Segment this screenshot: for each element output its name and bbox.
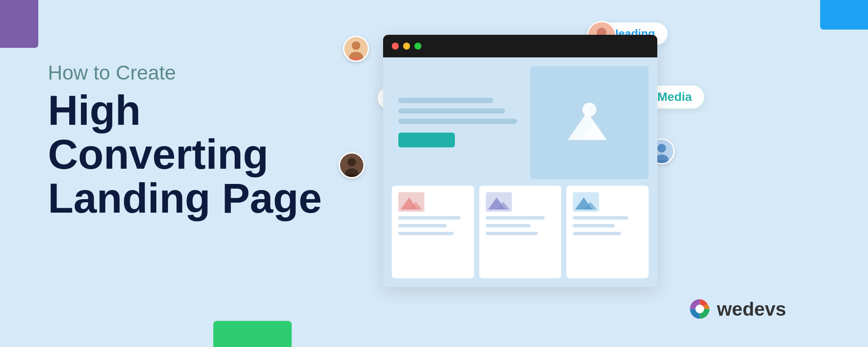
- svg-point-25: [696, 305, 704, 314]
- svg-point-10: [657, 144, 666, 153]
- avatar-2: [339, 152, 365, 178]
- mockup-line-3: [398, 119, 517, 124]
- card-line-2a: [486, 216, 545, 220]
- mockup-cards-section: [392, 186, 649, 278]
- card-mountain-icon-2: [486, 192, 512, 212]
- main-title-text: High Converting Landing Page: [48, 89, 353, 220]
- left-text-section: How to Create High Converting Landing Pa…: [48, 61, 353, 220]
- wedevs-logo: wedevs: [688, 297, 786, 321]
- card-line-2b: [486, 224, 531, 227]
- card-mountain-icon-3: [573, 192, 599, 212]
- wedevs-brand-text: wedevs: [717, 298, 786, 320]
- card-line-3b: [573, 224, 614, 227]
- browser-dot-green: [414, 43, 421, 50]
- green-rectangle-accent: [213, 321, 292, 347]
- card-line-1b: [398, 224, 447, 227]
- card-line-3a: [573, 216, 628, 220]
- mockup-text-col: [392, 66, 524, 179]
- svg-point-4: [347, 158, 356, 167]
- main-title-line2: Landing Page: [48, 177, 353, 220]
- mockup-image-col: [530, 66, 649, 179]
- mockup-cta-button: [398, 133, 455, 147]
- browser-bar: [383, 35, 657, 57]
- browser-dot-yellow: [403, 43, 410, 50]
- card-line-1c: [398, 232, 454, 235]
- mockup-card-1: [392, 186, 474, 278]
- mockup-line-1: [398, 98, 493, 103]
- avatar-1: [343, 36, 369, 62]
- mockup-hero-section: [392, 66, 649, 179]
- card-line-3c: [573, 232, 621, 235]
- card-mountain-icon-1: [398, 192, 424, 212]
- main-title-line1: High Converting: [48, 89, 353, 177]
- svg-point-12: [582, 103, 596, 117]
- mockup-card-2: [479, 186, 562, 278]
- card-line-1a: [398, 216, 461, 220]
- hero-mountain-icon: [563, 101, 616, 144]
- mockup-card-3: [566, 186, 649, 278]
- wedevs-icon: [688, 297, 712, 321]
- card-line-2c: [486, 232, 538, 235]
- subtitle-text: How to Create: [48, 61, 353, 84]
- corner-purple-accent: [0, 0, 38, 48]
- browser-mockup: [383, 35, 657, 287]
- corner-blue-accent: [820, 0, 868, 30]
- browser-dot-red: [392, 43, 399, 50]
- mockup-line-2: [398, 108, 505, 113]
- svg-point-1: [352, 41, 360, 50]
- browser-content: [383, 57, 657, 287]
